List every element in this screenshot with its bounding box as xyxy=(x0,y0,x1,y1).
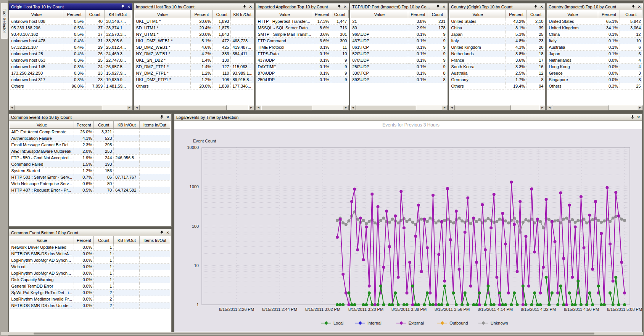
column-header[interactable]: Value xyxy=(547,11,598,18)
scrollbar-track[interactable] xyxy=(356,105,442,110)
column-header[interactable]: Count xyxy=(85,11,105,18)
table-row[interactable]: 57.32.221.1070.4%2925,012.4... xyxy=(10,44,131,51)
pin-icon[interactable] xyxy=(436,5,440,9)
column-header[interactable]: Value xyxy=(450,11,506,18)
column-header[interactable]: Count xyxy=(428,11,447,18)
table-row[interactable]: Web Netscape Enterprise Serv...0.6%80 xyxy=(10,181,170,187)
column-header[interactable]: Items In/Out xyxy=(140,121,170,129)
table-row[interactable]: 437\UDP0.1%9 xyxy=(256,57,349,64)
horizontal-scrollbar[interactable]: ◄► xyxy=(256,105,349,110)
column-header[interactable]: Count xyxy=(331,11,348,18)
table-row[interactable]: SpWr-Put KeyLgr RnTm Det - i...0.0%2 xyxy=(10,290,170,296)
pin-icon[interactable] xyxy=(243,5,246,9)
pin-icon[interactable] xyxy=(160,230,164,235)
table-row[interactable]: HTTP 503 : Server Error - Serv...0.7%868… xyxy=(10,174,170,181)
column-header[interactable]: Value xyxy=(135,11,191,18)
table-row[interactable]: MSSQL - SQL Server Data...8.6%716 xyxy=(256,25,349,31)
column-header[interactable]: Count xyxy=(213,11,231,18)
table-row[interactable]: FTP Command3.6%300 xyxy=(256,38,349,44)
table-row[interactable]: 437\UDP0.1%9 xyxy=(351,38,447,44)
scrollbar-track[interactable] xyxy=(455,105,539,110)
horizontal-scrollbar[interactable]: ◄► xyxy=(547,105,643,110)
table-row[interactable]: FTP - 550 - Cmd Not Accepted...1.9%24424… xyxy=(10,155,170,161)
column-header[interactable]: Value xyxy=(10,237,74,244)
pin-icon[interactable] xyxy=(337,5,341,9)
table-row[interactable]: China0.1%12 xyxy=(547,31,642,38)
table-row[interactable]: 250\UDP0.1%9 xyxy=(256,77,349,83)
scrollbar-thumb[interactable] xyxy=(34,333,594,334)
table-row[interactable]: LogRhythm JobMgr AD Synch...0.0%1 xyxy=(10,270,170,277)
scrollbar-track[interactable] xyxy=(15,105,127,110)
table-row[interactable]: SD_UTM1 *20.4%1,875 xyxy=(135,25,254,31)
table-row[interactable]: AIE: Int:Susp:Malware Outbreak2.0%253 xyxy=(10,148,170,155)
table-row[interactable]: UKL_DMZ_WEB1 *5.1%472468,728... xyxy=(135,38,254,44)
table-row[interactable]: Australia2.5%12 xyxy=(450,70,545,77)
table-row[interactable]: Australia0.1%6 xyxy=(547,44,642,51)
horizontal-scrollbar[interactable]: ◄► xyxy=(449,105,545,110)
table-row[interactable]: 250\UDP0.1%9 xyxy=(351,64,447,70)
scroll-right-icon[interactable]: ► xyxy=(248,105,254,110)
column-header[interactable]: Count xyxy=(527,11,545,18)
column-header[interactable]: KB In/Out xyxy=(114,237,140,244)
close-icon[interactable]: ✕ xyxy=(638,5,641,9)
table-row[interactable]: SD_DMZ_FTP1 *1.4%127115,063... xyxy=(135,64,254,70)
pin-icon[interactable] xyxy=(121,5,125,9)
table-row[interactable]: DAYTIME0.1%9 xyxy=(256,64,349,70)
table-row[interactable]: Command Failed1.5%193 xyxy=(10,161,170,168)
scrollbar-thumb[interactable] xyxy=(356,105,416,110)
table-row[interactable]: AIE: Ext:Accnt Comp:Remote...26.0%3,321 xyxy=(10,129,170,135)
table-row[interactable]: System Started1.2%156 xyxy=(10,168,170,174)
close-icon[interactable]: ✕ xyxy=(637,115,640,119)
table-row[interactable]: unknown host 3170.3%2319,939.9... xyxy=(10,77,131,83)
table-row[interactable]: 213.8%231 xyxy=(351,18,447,25)
table-row[interactable]: FTPS-Data0.1%10 xyxy=(256,51,349,57)
scroll-left-icon[interactable]: ◄ xyxy=(134,105,140,110)
pin-icon[interactable] xyxy=(631,5,635,9)
column-header[interactable]: KB In/Out xyxy=(114,121,140,129)
close-icon[interactable]: ✕ xyxy=(249,5,252,9)
table-row[interactable]: 173.250.242.2500.3%2315,927.9... xyxy=(10,70,131,77)
table-row[interactable]: Netherlands3.8%18 xyxy=(450,51,545,57)
scroll-right-icon[interactable]: ► xyxy=(343,105,349,110)
horizontal-scrollbar[interactable]: ◄► xyxy=(134,105,254,110)
column-header[interactable]: Items In/Out xyxy=(140,237,170,244)
scroll-right-icon[interactable]: ► xyxy=(442,105,448,110)
table-row[interactable]: LogRhythm JobMgr AD Synch...0.0%1 xyxy=(10,257,170,264)
scroll-left-icon[interactable]: ◄ xyxy=(547,105,552,110)
table-row[interactable]: Netherlands0.0%4 xyxy=(547,57,642,64)
table-row[interactable]: TIME Protocol0.1%11 xyxy=(256,44,349,51)
column-header[interactable]: Value xyxy=(10,121,74,129)
table-row[interactable]: NETBIOS SMB-DS dns WriteA...0.0%1 xyxy=(10,251,170,257)
table-row[interactable]: Others96.0%7,0591,481,59... xyxy=(10,83,131,90)
table-row[interactable]: 870\UDP0.1%9 xyxy=(351,57,447,64)
scrollbar-thumb[interactable] xyxy=(455,105,511,110)
close-icon[interactable]: ✕ xyxy=(443,5,446,9)
table-row[interactable]: Japan5.3%25 xyxy=(450,31,545,38)
table-row[interactable]: 520\UDP0.1%9 xyxy=(351,51,447,57)
column-header[interactable]: Percent xyxy=(313,11,331,18)
column-header[interactable]: Percent xyxy=(74,237,94,244)
table-row[interactable]: Network Driver Update Failed0.0%1 xyxy=(10,244,170,251)
table-row[interactable]: Italy4.8%23 xyxy=(450,38,545,44)
table-row[interactable]: Japan0.1%6 xyxy=(547,51,642,57)
column-header[interactable]: KB In/Out xyxy=(105,11,131,18)
table-row[interactable]: SMTP - Simple Mail Transf...3.6%301 xyxy=(256,31,349,38)
table-row[interactable]: unknown host 8530.3%2522,747.0... xyxy=(10,57,131,64)
column-header[interactable]: KB In/Out xyxy=(231,11,254,18)
table-row[interactable]: 95.233.188.2060.5%3728,374.1... xyxy=(10,25,131,31)
table-row[interactable]: United States65.1%5,842 xyxy=(547,18,642,25)
table-row[interactable]: 93.48.107.1620.5%3732,570.3... xyxy=(10,31,131,38)
table-row[interactable]: France3.6%17 xyxy=(450,57,545,64)
table-row[interactable]: HTTP 407 : Request Error - Pr...0.5%7064… xyxy=(10,187,170,194)
table-row[interactable]: UKL_SN_DB2 *1.4%130 xyxy=(135,57,254,64)
table-row[interactable]: United Kingdom34.1%3,064 xyxy=(547,25,642,31)
column-header[interactable]: Percent xyxy=(598,11,620,18)
scrollbar-track[interactable] xyxy=(140,105,248,110)
table-row[interactable]: 861\TCP0.1%9 xyxy=(351,44,447,51)
table-row[interactable]: United States43.2%2,10 xyxy=(450,18,545,25)
table-row[interactable]: 893\UDP0.1%8 xyxy=(351,77,447,83)
table-row[interactable]: unknown host 4780.4%3133,205.6... xyxy=(10,38,131,44)
table-row[interactable]: 802.9%178 xyxy=(351,25,447,31)
column-header[interactable]: Value xyxy=(10,11,63,18)
pin-icon[interactable] xyxy=(631,115,634,119)
